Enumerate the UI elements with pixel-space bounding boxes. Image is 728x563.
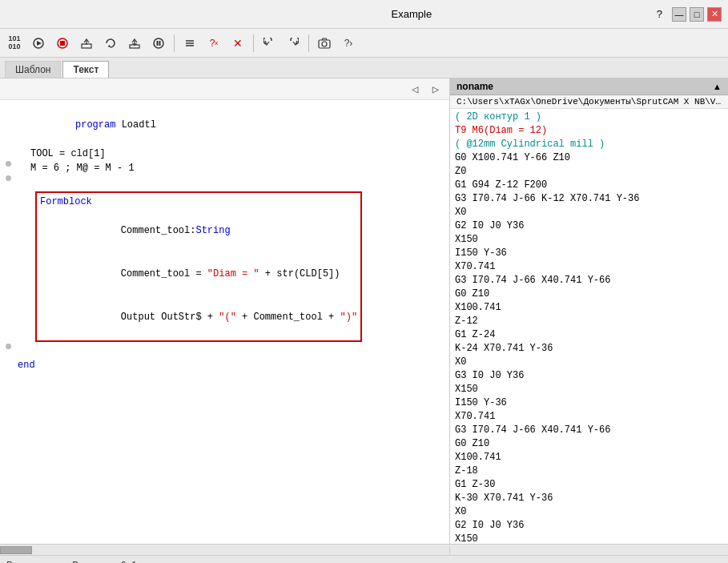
hscroll-track	[0, 546, 449, 554]
line-gutter	[3, 191, 13, 344]
output-line: X0	[455, 206, 723, 219]
nav-back-button[interactable]: ◁	[406, 80, 424, 98]
output-scroll-arrow: ▲	[713, 82, 722, 91]
svg-rect-10	[157, 41, 159, 46]
play-icon[interactable]	[27, 32, 50, 54]
editor-hscroll[interactable]	[0, 546, 450, 554]
tab-text[interactable]: Текст	[62, 61, 109, 78]
output-line: X150	[455, 233, 723, 247]
block-line-1: Formblock	[40, 195, 357, 209]
binary-icon[interactable]: 101010	[3, 32, 26, 54]
output-line: G1 Z-24	[455, 328, 723, 342]
line-text: Comment_tool:String	[40, 209, 231, 252]
output-line: G3 I70.74 J-66 X40.741 Y-66	[455, 274, 723, 288]
line-text: Output OutStr$ + "(" + Comment_tool + ")…	[40, 296, 357, 339]
block-line-2: Comment_tool:String	[40, 209, 357, 252]
maximize-button[interactable]: □	[690, 7, 704, 22]
output-pane: noname ▲ C:\Users\xTAGx\OneDrive\Докумен…	[450, 78, 728, 544]
output-tab-label: noname	[457, 81, 493, 92]
output-line: G2 I0 J0 Y36	[455, 219, 723, 233]
camera-icon[interactable]	[313, 32, 336, 54]
main-content: ◁ ▷ program Loadtl TOOL = cld[1] M = 6 ;…	[0, 78, 728, 544]
output-line: G0 X100.741 Y-66 Z10	[455, 151, 723, 165]
nav-fwd-button[interactable]: ▷	[427, 80, 444, 98]
output-line: X100.741	[455, 301, 723, 315]
output-line: X70.741	[455, 410, 723, 424]
output-path: C:\Users\xTAGx\OneDrive\Документы\SprutC…	[450, 95, 728, 109]
output-line: ( 2D контур 1 )	[455, 111, 723, 124]
position-text: 6: 1	[121, 560, 137, 564]
list-icon[interactable]	[179, 32, 201, 54]
redo-icon[interactable]	[282, 32, 304, 54]
output-line: X100.741	[455, 451, 723, 464]
code-line: TOOL = cld[1]	[0, 147, 449, 161]
close-button[interactable]: ✕	[707, 7, 722, 22]
line-gutter	[3, 344, 13, 349]
editor-content[interactable]: program Loadtl TOOL = cld[1] M = 6 ; M@ …	[0, 100, 449, 544]
tab-shablon[interactable]: Шаблон	[5, 61, 61, 78]
output-content[interactable]: ( 2D контур 1 ) T9 M6(Diam = 12) ( @12mm…	[450, 109, 728, 544]
mode-text: Вставка	[72, 560, 108, 564]
output-line: G2 I0 J0 Y36	[455, 519, 723, 533]
line-text: TOOL = cld[1]	[30, 147, 106, 161]
code-line	[0, 175, 449, 190]
toolbar-sep-2	[253, 34, 254, 52]
output-line: G1 G94 Z-12 F200	[455, 179, 723, 192]
output-line: G0 Z10	[455, 437, 723, 451]
question-arrow-icon[interactable]: ?›	[337, 32, 360, 54]
output-line: K-30 X70.741 Y-36	[455, 492, 723, 505]
highlighted-block-row: Formblock Comment_tool:String Comment_to…	[0, 190, 449, 344]
code-line: end	[0, 358, 449, 372]
debug-icon[interactable]: ?x	[203, 32, 225, 54]
svg-rect-11	[159, 41, 161, 46]
svg-point-16	[322, 42, 327, 46]
output-line: X0	[455, 356, 723, 369]
close2-icon[interactable]: ✕	[227, 32, 249, 54]
output-line: G3 I0 J0 Y36	[455, 369, 723, 383]
line-text: program Loadtl	[18, 103, 156, 147]
block-line-4: Output OutStr$ + "(" + Comment_tool + ")…	[40, 296, 357, 339]
output-line: I150 Y-36	[455, 247, 723, 260]
block-line-3: Comment_tool = "Diam = " + str(CLD[5])	[40, 252, 357, 296]
toolbar-sep-1	[174, 34, 175, 52]
hscroll-thumb[interactable]	[0, 546, 32, 554]
undo-icon[interactable]	[258, 32, 280, 54]
output-line: X70.741	[455, 260, 723, 274]
line-gutter	[3, 161, 13, 167]
code-line: program Loadtl	[0, 103, 449, 147]
window-controls: ? — □ ✕	[657, 7, 722, 22]
output-line: T9 M6(Diam = 12)	[455, 124, 723, 138]
code-line: M = 6 ; M@ = M - 1	[0, 161, 449, 175]
output-line: I150 Y-36	[455, 396, 723, 410]
line-text: end	[18, 358, 35, 372]
svg-point-9	[154, 38, 163, 48]
stop-icon[interactable]	[51, 32, 74, 54]
output-line: Z-12	[455, 315, 723, 328]
output-line: G3 I70.74 J-66 X40.741 Y-66	[455, 424, 723, 437]
svg-rect-3	[60, 41, 65, 46]
output-line: X150	[455, 533, 723, 544]
bottom-scrollbar-row	[0, 544, 728, 555]
pause-icon[interactable]	[147, 32, 170, 54]
line-gutter	[3, 175, 13, 181]
formblock: Formblock Comment_tool:String Comment_to…	[35, 191, 362, 342]
tab-bar: Шаблон Текст	[0, 58, 728, 78]
output-line: X0	[455, 505, 723, 519]
toolbar: 101010 ?x ✕ ?›	[0, 29, 728, 58]
loop-icon[interactable]	[99, 32, 122, 54]
output-line: Z-18	[455, 464, 723, 478]
line-text: Formblock	[40, 195, 92, 209]
status-text: Временно...	[6, 560, 59, 564]
minimize-button[interactable]: —	[672, 7, 686, 22]
window-title: Example	[167, 8, 657, 20]
output-line: Z0	[455, 165, 723, 179]
line-text: Comment_tool = "Diam = " + str(CLD[5])	[40, 252, 340, 296]
output-line: G0 Z10	[455, 288, 723, 301]
editor-pane: ◁ ▷ program Loadtl TOOL = cld[1] M = 6 ;…	[0, 78, 450, 544]
upload-icon[interactable]	[123, 32, 146, 54]
help-label: ?	[657, 8, 662, 20]
status-bar: Временно... Вставка 6: 1	[0, 555, 728, 563]
export-icon[interactable]	[75, 32, 98, 54]
toolbar-sep-3	[308, 34, 309, 52]
line-text: M = 6 ; M@ = M - 1	[18, 161, 135, 175]
